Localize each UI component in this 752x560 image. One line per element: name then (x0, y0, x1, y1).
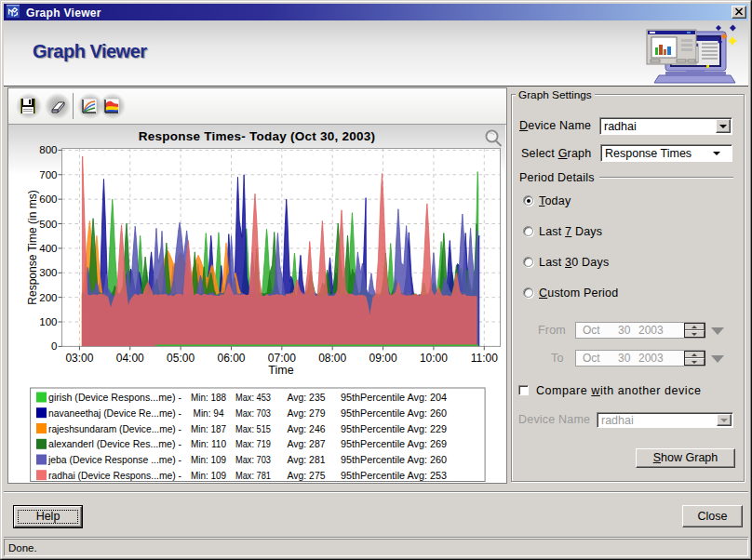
svg-text:Max: 703: Max: 703 (235, 407, 271, 419)
svg-text:girish (Device Respons...me) -: girish (Device Respons...me) - (48, 392, 181, 403)
svg-text:04:00: 04:00 (116, 352, 144, 365)
svg-text:700: 700 (39, 169, 57, 180)
svg-text:Min: 110: Min: 110 (191, 438, 226, 449)
svg-text:Max: 515: Max: 515 (235, 423, 271, 434)
svg-text:11:00: 11:00 (471, 352, 498, 365)
svg-text:05:00: 05:00 (167, 352, 195, 365)
svg-text:0: 0 (51, 340, 57, 352)
svg-text:200: 200 (39, 292, 57, 303)
svg-text:navaneethaj (Device Re...me) -: navaneethaj (Device Re...me) - (48, 407, 181, 419)
svg-text:Avg: 281: Avg: 281 (288, 454, 326, 465)
svg-text:Response Times- Today (Oct 30,: Response Times- Today (Oct 30, 2003) (139, 129, 376, 143)
svg-text:Avg: 279: Avg: 279 (288, 407, 326, 419)
svg-text:600: 600 (39, 193, 57, 205)
svg-text:Min: 109: Min: 109 (191, 454, 226, 465)
svg-text:95thPercentile Avg: 204: 95thPercentile Avg: 204 (341, 392, 447, 403)
svg-text:jeba (Device Response ...me) -: jeba (Device Response ...me) - (47, 454, 181, 465)
svg-text:radhai (Device Respons...me) -: radhai (Device Respons...me) - (48, 470, 181, 481)
svg-text:95thPercentile Avg: 269: 95thPercentile Avg: 269 (341, 438, 447, 449)
svg-text:03:00: 03:00 (65, 352, 93, 365)
svg-text:Time: Time (268, 364, 293, 377)
svg-text:Max: 781: Max: 781 (235, 470, 271, 481)
svg-text:Min: 94: Min: 94 (194, 407, 224, 419)
svg-text:alexanderl (Device Res...me) -: alexanderl (Device Res...me) - (48, 438, 181, 449)
svg-text:500: 500 (39, 219, 57, 230)
svg-text:Min: 188: Min: 188 (191, 392, 226, 403)
svg-text:Max: 703: Max: 703 (235, 454, 271, 465)
svg-text:Avg: 287: Avg: 287 (288, 438, 326, 449)
svg-text:Avg: 275: Avg: 275 (288, 470, 326, 481)
svg-text:06:00: 06:00 (217, 352, 245, 365)
svg-text:10:00: 10:00 (420, 352, 448, 365)
svg-text:Max: 719: Max: 719 (235, 438, 271, 449)
svg-text:Min: 109: Min: 109 (191, 470, 226, 481)
svg-text:800: 800 (39, 144, 57, 155)
svg-text:300: 300 (39, 267, 57, 278)
svg-text:95thPercentile Avg: 253: 95thPercentile Avg: 253 (341, 470, 447, 481)
svg-text:95thPercentile Avg: 229: 95thPercentile Avg: 229 (341, 423, 447, 434)
svg-text:Min: 187: Min: 187 (191, 423, 226, 434)
svg-text:95thPercentile Avg: 260: 95thPercentile Avg: 260 (341, 454, 447, 465)
svg-text:Avg: 246: Avg: 246 (288, 423, 326, 434)
svg-text:Response Time (in ms): Response Time (in ms) (26, 190, 39, 304)
svg-text:Max: 453: Max: 453 (235, 392, 271, 403)
svg-text:Avg: 235: Avg: 235 (288, 392, 326, 403)
svg-text:07:00: 07:00 (268, 352, 296, 365)
svg-text:100: 100 (39, 316, 57, 327)
svg-text:400: 400 (39, 243, 57, 254)
svg-text:rajeshsundaram (Device...me) -: rajeshsundaram (Device...me) - (48, 423, 181, 434)
svg-text:09:00: 09:00 (369, 352, 397, 365)
svg-text:08:00: 08:00 (318, 352, 346, 365)
svg-text:95thPercentile Avg: 260: 95thPercentile Avg: 260 (341, 407, 447, 419)
